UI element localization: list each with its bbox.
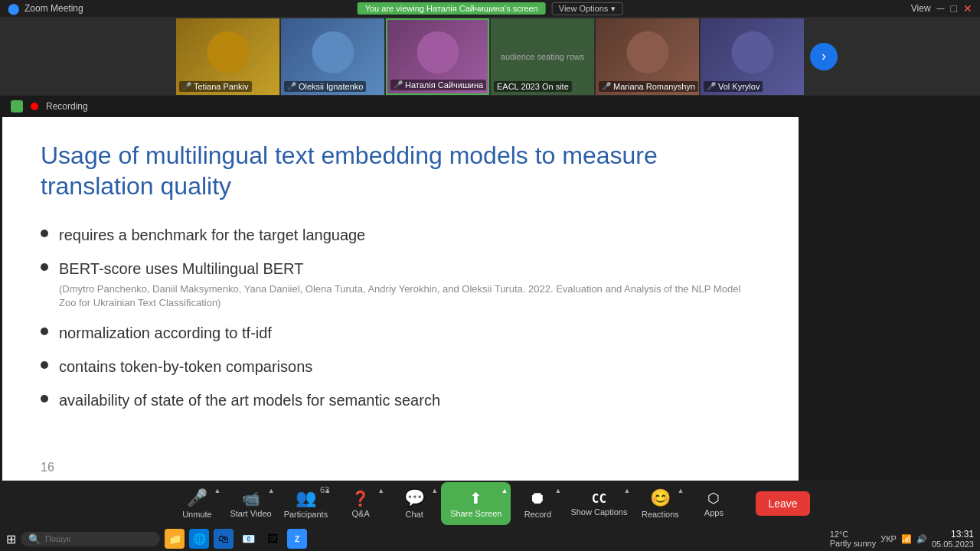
chevron-up-icon: ▲ (501, 487, 508, 494)
participants-button[interactable]: ▲ 👥 63 Participants (278, 482, 334, 525)
bullet-dot (41, 395, 48, 403)
captions-icon: CC (592, 491, 606, 506)
search-input[interactable] (45, 534, 152, 543)
view-label: View (911, 3, 931, 14)
record-button[interactable]: ▲ ⏺ Record (511, 482, 564, 525)
taskbar-app-file-explorer[interactable]: 📁 (165, 529, 185, 549)
apps-icon: ⬡ (707, 490, 720, 507)
leave-button[interactable]: Leave (756, 491, 809, 516)
bullet-dot (41, 263, 48, 271)
chat-button[interactable]: ▲ 💬 Chat (387, 482, 441, 525)
mic-icon: 🎤 (394, 80, 403, 89)
search-box[interactable]: 🔍 (21, 532, 160, 546)
start-button[interactable]: ⊞ (6, 532, 16, 546)
slide-number: 16 (41, 461, 54, 474)
qa-button[interactable]: ▲ ❓ Q&A (334, 482, 387, 525)
screen-share-banner: You are viewing Наталія Сайчишина's scre… (358, 2, 546, 15)
view-options-button[interactable]: View Options ▾ (552, 2, 623, 15)
weather-temp: 12°C (830, 530, 877, 539)
chevron-down-icon: ▾ (611, 4, 616, 14)
list-item: BERT-score uses Multilingual BERT (Dmytr… (41, 258, 760, 310)
shield-icon (11, 100, 23, 112)
bullet-text: availability of state of the art models … (59, 392, 440, 409)
participant-thumb[interactable]: 🎤 Наталія Сайчишина (386, 18, 489, 95)
participant-thumb[interactable]: 🎤 Vol Kyrylov (701, 18, 804, 95)
chevron-up-icon: ▲ (214, 487, 221, 494)
show-captions-button[interactable]: ▲ CC Show Captions (564, 482, 633, 525)
participant-thumb[interactable]: 🎤 Oleksii Ignatenko (281, 18, 384, 95)
chevron-up-icon: ▲ (623, 487, 630, 494)
participant-name: Tetiana Pankiv (194, 82, 249, 91)
mic-icon: 🎤 (707, 82, 716, 90)
bullet-list: requires a benchmark for the target lang… (41, 224, 760, 411)
bullet-text: BERT-score uses Multilingual BERT (59, 258, 760, 279)
taskbar-app-mail[interactable]: 📧 (238, 529, 258, 549)
bullet-text: requires a benchmark for the target lang… (59, 227, 365, 243)
close-button[interactable]: ✕ (963, 2, 972, 15)
right-sidebar (799, 117, 801, 481)
title-bar: ⬤ Zoom Meeting You are viewing Наталія С… (0, 0, 980, 17)
chat-icon: 💬 (404, 488, 425, 508)
speaker-icon: 🔊 (916, 534, 927, 544)
zoom-logo: ⬤ (8, 2, 20, 15)
bullet-dot (41, 361, 48, 369)
participants-icon: 👥 (296, 488, 316, 508)
main-content: Usage of multilingual text embedding mod… (0, 117, 980, 481)
clock-date: 05.05.2023 (932, 540, 974, 549)
recording-dot (31, 103, 38, 110)
taskbar-app-store[interactable]: 🛍 (214, 529, 234, 549)
recording-bar: Recording (0, 96, 980, 117)
taskbar: ⊞ 🔍 📁 🌐 🛍 📧 🖼 Z 12°C Partly sunny УКР 📶 … (0, 527, 980, 551)
participant-name: Наталія Сайчишина (405, 80, 483, 90)
participant-thumb[interactable]: 🎤 Tetiana Pankiv (176, 18, 279, 95)
search-icon: 🔍 (28, 533, 41, 545)
share-screen-button[interactable]: ▲ ⬆ Share Screen (441, 482, 511, 525)
participant-thumb[interactable]: audience seating rows EACL 2023 On site (491, 18, 594, 95)
clock-time: 13:31 (932, 529, 974, 540)
bullet-text: normalization according to tf-idf (59, 324, 272, 341)
participant-strip: 🎤 Tetiana Pankiv 🎤 Oleksii Ignatenko 🎤 Н… (0, 17, 980, 96)
chevron-up-icon: ▲ (554, 487, 561, 494)
mic-icon: 🎤 (287, 82, 296, 90)
minimize-button[interactable]: ─ (937, 2, 945, 15)
weather-condition: Partly sunny (830, 539, 877, 548)
taskbar-app-edge[interactable]: 🌐 (189, 529, 209, 549)
reactions-button[interactable]: ▲ 😊 Reactions (633, 482, 687, 525)
slide-title: Usage of multilingual text embedding mod… (41, 140, 760, 201)
list-item: requires a benchmark for the target lang… (41, 224, 760, 246)
reactions-icon: 😊 (650, 488, 671, 508)
taskbar-app-zoom[interactable]: Z (287, 529, 307, 549)
mic-icon: 🎤 (182, 82, 191, 90)
chevron-up-icon: ▲ (677, 487, 684, 494)
chevron-up-icon: ▲ (377, 487, 384, 494)
weather-widget: 12°C Partly sunny (830, 530, 877, 548)
bullet-dot (41, 328, 48, 335)
participant-thumb[interactable]: 🎤 Mariana Romanyshyn (596, 18, 699, 95)
bottom-toolbar: ▲ 🎤 Unmute ▲ 📹 Start Video ▲ 👥 63 Partic… (0, 481, 980, 527)
microphone-icon: 🎤 (187, 488, 207, 508)
start-video-button[interactable]: ▲ 📹 Start Video (224, 482, 277, 525)
share-screen-icon: ⬆ (469, 489, 482, 507)
list-item: normalization according to tf-idf (41, 322, 760, 344)
unmute-button[interactable]: ▲ 🎤 Unmute (170, 482, 224, 525)
system-tray: УКР 📶 🔊 (880, 534, 927, 544)
bullet-text: contains token-by-token comparisons (59, 358, 312, 375)
recording-label: Recording (46, 101, 88, 112)
slide-container: Usage of multilingual text embedding mod… (2, 117, 799, 481)
list-item: contains token-by-token comparisons (41, 356, 760, 377)
bullet-dot (41, 230, 48, 237)
app-title: Zoom Meeting (24, 3, 83, 14)
language-indicator[interactable]: УКР (880, 534, 897, 543)
video-icon: 📹 (242, 490, 260, 507)
citation-text: (Dmytro Panchenko, Daniil Maksymenko, Ya… (59, 282, 760, 310)
restore-button[interactable]: □ (951, 2, 957, 15)
next-participants-button[interactable]: › (810, 43, 838, 70)
chevron-up-icon: ▲ (268, 487, 275, 494)
list-item: availability of state of the art models … (41, 390, 760, 411)
network-icon: 📶 (901, 534, 912, 544)
chevron-up-icon: ▲ (431, 487, 438, 494)
apps-button[interactable]: ⬡ Apps (687, 482, 740, 525)
participant-name: EACL 2023 On site (497, 82, 569, 91)
record-icon: ⏺ (529, 488, 546, 508)
taskbar-app-photos[interactable]: 🖼 (263, 529, 283, 549)
